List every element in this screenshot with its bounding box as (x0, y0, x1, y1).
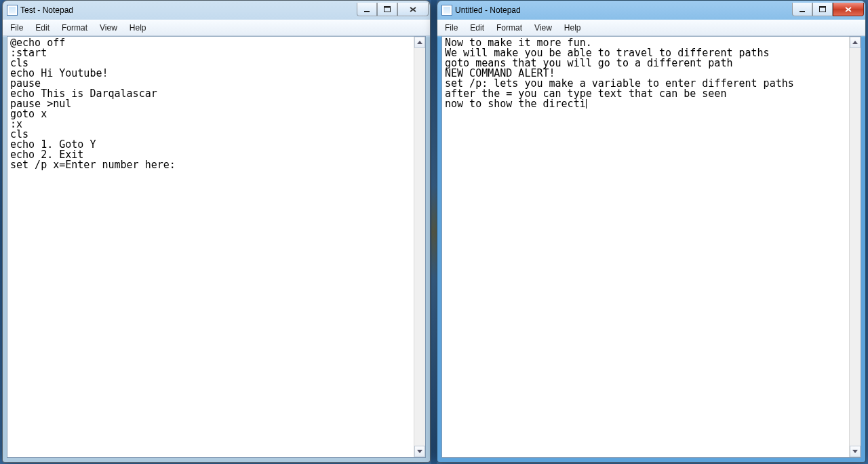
titlebar[interactable]: Untitled - Notepad (437, 1, 865, 20)
svg-rect-1 (384, 7, 391, 8)
window-title: Test - Notepad (20, 5, 73, 15)
text-editor[interactable]: Now to make it more fun. We will make yo… (442, 37, 849, 457)
menu-view[interactable]: View (94, 21, 123, 35)
menu-help[interactable]: Help (558, 21, 587, 35)
menu-format[interactable]: Format (56, 21, 94, 35)
text-caret (586, 98, 587, 110)
menubar: File Edit Format View Help (3, 20, 430, 36)
maximize-button[interactable] (812, 3, 833, 16)
notepad-icon (441, 5, 452, 16)
desktop-gap (431, 0, 437, 464)
menu-edit[interactable]: Edit (29, 21, 56, 35)
menu-edit[interactable]: Edit (464, 21, 490, 35)
close-button[interactable] (833, 3, 864, 16)
menu-file[interactable]: File (4, 21, 29, 35)
menubar: File Edit Format View Help (437, 20, 865, 36)
menu-view[interactable]: View (528, 21, 558, 35)
editor-text-before-caret: Now to make it more fun. We will make yo… (445, 37, 794, 110)
notepad-window-left: Test - Notepad File Edit Format View Hel… (2, 0, 431, 463)
minimize-button[interactable] (792, 3, 812, 16)
text-editor[interactable]: @echo off :start cls echo Hi Youtube! pa… (7, 37, 414, 457)
notepad-window-right: Untitled - Notepad File Edit Format View… (437, 0, 866, 463)
scroll-down-button[interactable] (414, 446, 425, 457)
menu-file[interactable]: File (439, 21, 464, 35)
notepad-icon (7, 5, 18, 16)
menu-format[interactable]: Format (490, 21, 528, 35)
scroll-down-button[interactable] (850, 446, 861, 457)
svg-rect-5 (820, 7, 826, 8)
minimize-button[interactable] (357, 3, 377, 16)
vertical-scrollbar[interactable] (849, 37, 861, 457)
scroll-track[interactable] (850, 48, 861, 446)
titlebar[interactable]: Test - Notepad (3, 1, 430, 20)
vertical-scrollbar[interactable] (414, 37, 425, 457)
scroll-up-button[interactable] (850, 37, 861, 48)
scroll-track[interactable] (414, 48, 425, 446)
client-area: @echo off :start cls echo Hi Youtube! pa… (7, 36, 426, 458)
scroll-up-button[interactable] (414, 37, 425, 48)
window-title: Untitled - Notepad (455, 5, 521, 15)
maximize-button[interactable] (377, 3, 397, 16)
menu-help[interactable]: Help (123, 21, 153, 35)
close-button[interactable] (397, 3, 429, 16)
client-area: Now to make it more fun. We will make yo… (441, 36, 861, 458)
